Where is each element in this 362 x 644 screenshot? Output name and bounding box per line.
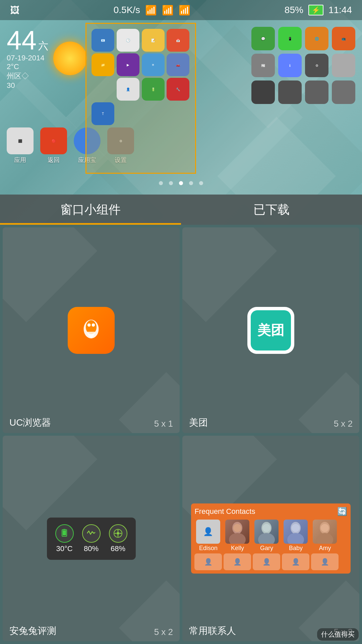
svg-point-3	[92, 323, 95, 327]
antutu-size: 5 x 2	[154, 627, 173, 637]
day-label: 六	[38, 39, 48, 53]
signal-icon: 📶	[162, 5, 174, 16]
battery-icon: ⚡	[308, 5, 323, 15]
svg-rect-5	[63, 530, 66, 535]
widget-meituan[interactable]: 美团 美团 5 x 2	[182, 227, 359, 433]
network-speed: 0.5K/s	[114, 5, 140, 15]
temperature: 44	[7, 27, 37, 54]
battery-percent: 85%	[285, 5, 303, 15]
page-dot-1[interactable]	[159, 181, 163, 185]
app5-icon[interactable]: 📰	[251, 54, 275, 77]
dock-label2: 返回	[48, 156, 60, 164]
weather-widget: 44 六 07-19-2014 2°C 州区◇ 30	[7, 27, 87, 90]
page-dot-2[interactable]	[169, 181, 173, 185]
watermark-text: 什么值得买	[321, 631, 355, 638]
contacts-widget-inner: Frequent Contacts 🔄 👤 Edison Kelly	[191, 503, 350, 574]
contact-slot-5[interactable]: 👤	[311, 553, 339, 570]
app10-icon[interactable]	[278, 80, 302, 104]
contact-slot-2[interactable]: 👤	[224, 553, 251, 570]
baby-name: Baby	[289, 545, 303, 552]
baby-avatar	[284, 520, 308, 544]
gallery-icon: 🖼	[10, 5, 19, 16]
contact-edison[interactable]: 👤 Edison	[194, 520, 222, 552]
temp-label: 30°C	[56, 544, 72, 553]
tabs-section: 窗口小组件 已下载	[0, 195, 362, 225]
dock-app2[interactable]: 🔴	[40, 127, 67, 154]
contact-kelly[interactable]: Kelly	[224, 520, 251, 552]
temp-metric: 30°C	[55, 524, 74, 553]
battery-app-icon[interactable]: 🔋	[142, 78, 165, 101]
contact-slot-1[interactable]: 👤	[194, 553, 222, 570]
kelly-name: Kelly	[231, 545, 244, 552]
page-dot-4[interactable]	[189, 181, 193, 185]
app3-icon[interactable]: 🌐	[305, 27, 328, 50]
svg-point-2	[87, 323, 91, 327]
edison-avatar: 👤	[196, 520, 220, 544]
contact-amy[interactable]: Amy	[311, 520, 339, 552]
taobao-icon[interactable]: T	[92, 102, 114, 125]
selected-folder[interactable]: 📧 🕐 📝 📅 📁 ▶ ☀ 🚗 👤 🔋 🔧 T	[85, 23, 196, 174]
files-icon[interactable]: 📁	[92, 53, 114, 76]
dock-app1[interactable]: ⬛	[7, 127, 34, 154]
page-dot-5[interactable]	[199, 181, 203, 185]
meituan-inner: 美团	[251, 310, 291, 351]
contacts-header: Frequent Contacts 🔄	[194, 507, 347, 516]
weather-icon[interactable]: ☀	[142, 53, 165, 76]
contact-slot-4[interactable]: 👤	[282, 553, 309, 570]
gary-avatar	[254, 520, 279, 544]
svg-point-19	[316, 533, 333, 544]
contact-gary[interactable]: Gary	[253, 520, 280, 552]
tab-widgets[interactable]: 窗口小组件	[0, 195, 181, 225]
tab-downloaded[interactable]: 已下载	[181, 195, 362, 225]
svg-rect-6	[63, 529, 65, 530]
antutu-widget-inner: 30°C 80%	[47, 518, 136, 560]
edison-name: Edison	[199, 545, 218, 552]
unknown-metric: 68%	[109, 524, 127, 553]
email-icon[interactable]: 📧	[92, 29, 114, 52]
video-icon[interactable]: ▶	[117, 53, 139, 76]
tab-downloaded-label: 已下载	[253, 202, 290, 218]
widget-uc[interactable]: UC浏览器 5 x 1	[3, 227, 180, 433]
clock-icon[interactable]: 🕐	[117, 29, 139, 52]
status-bar: 🖼 0.5K/s 📶 📶 📶 85% ⚡ 11:44	[0, 0, 362, 20]
svg-point-8	[117, 532, 119, 535]
contact-slot-3[interactable]: 👤	[253, 553, 280, 570]
right-apps-area: 💬 📱 🌐 📺 📰 ℹ ⚙	[251, 27, 355, 104]
app11-icon[interactable]	[305, 80, 328, 104]
app8-icon[interactable]	[332, 54, 355, 77]
calendar-icon[interactable]: 📅	[167, 29, 189, 52]
app7-icon[interactable]: ⚙	[305, 54, 328, 77]
amy-avatar	[313, 520, 337, 544]
contacts-label: 常用联系人	[189, 625, 236, 637]
app9-icon[interactable]	[251, 80, 275, 104]
amy-name: Amy	[319, 545, 331, 552]
page-dot-3[interactable]	[179, 181, 183, 185]
wechat-icon[interactable]: 💬	[251, 27, 275, 50]
sun-icon	[53, 42, 87, 75]
app12-icon[interactable]	[332, 80, 355, 104]
fan-metric-icon	[109, 524, 127, 543]
svg-point-13	[258, 533, 275, 544]
widget-contacts[interactable]: Frequent Contacts 🔄 👤 Edison Kelly	[182, 436, 359, 641]
battery-label: 80%	[84, 544, 99, 553]
meituan-label: 美团	[189, 416, 208, 429]
svg-point-11	[233, 524, 241, 532]
battery-metric: 80%	[82, 524, 101, 553]
tab-widgets-label: 窗口小组件	[60, 202, 121, 218]
widget-antutu[interactable]: 30°C 80%	[3, 436, 180, 641]
car-icon[interactable]: 🚗	[167, 53, 189, 76]
app4-icon[interactable]: 📺	[332, 27, 355, 50]
notes-icon[interactable]: 📝	[142, 29, 165, 52]
tcl-icon[interactable]: 👤	[117, 78, 139, 101]
svg-point-17	[292, 524, 300, 532]
contact-baby[interactable]: Baby	[282, 520, 309, 552]
contacts-row-2: 👤 👤 👤 👤 👤	[194, 553, 347, 570]
weather-temp-detail: 2°C	[7, 62, 48, 71]
tools-icon[interactable]: 🔧	[167, 78, 189, 101]
app6-icon[interactable]: ℹ	[278, 54, 302, 77]
uc-icon	[68, 307, 115, 354]
empty-slot	[92, 78, 114, 101]
contacts-title: Frequent Contacts	[194, 507, 255, 516]
app2-icon[interactable]: 📱	[278, 27, 302, 50]
refresh-icon[interactable]: 🔄	[337, 507, 347, 516]
